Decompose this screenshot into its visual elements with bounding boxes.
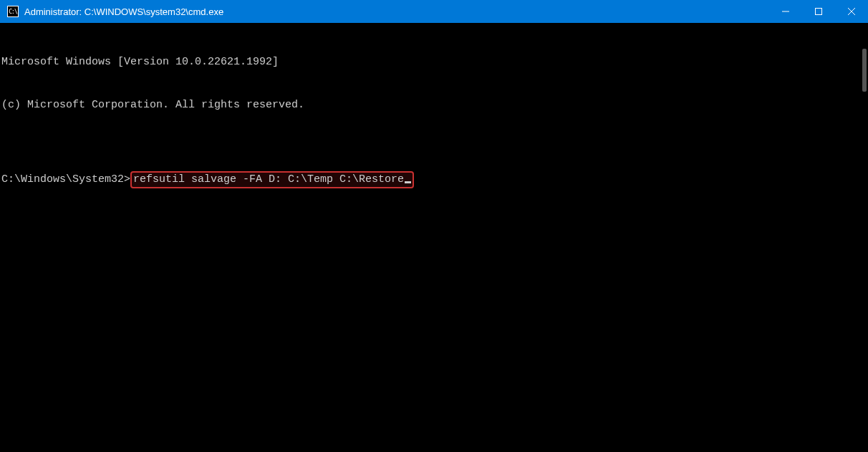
banner-line-2: (c) Microsoft Corporation. All rights re… (1, 98, 868, 112)
window-title: Administrator: C:\WINDOWS\system32\cmd.e… (24, 6, 769, 17)
terminal-area[interactable]: Microsoft Windows [Version 10.0.22621.19… (0, 23, 868, 452)
command-text[interactable]: refsutil salvage -FA D: C:\Temp C:\Resto… (133, 173, 404, 186)
window-controls (769, 0, 868, 23)
titlebar[interactable]: C:\ Administrator: C:\WINDOWS\system32\c… (0, 0, 868, 23)
prompt-line: C:\Windows\System32>refsutil salvage -FA… (1, 171, 868, 188)
command-highlight: refsutil salvage -FA D: C:\Temp C:\Resto… (130, 171, 414, 188)
text-cursor (405, 181, 411, 183)
close-button[interactable] (835, 0, 868, 23)
banner-line-1: Microsoft Windows [Version 10.0.22621.19… (1, 55, 868, 69)
scrollbar-thumb[interactable] (862, 49, 867, 92)
cmd-icon: C:\ (7, 6, 19, 17)
maximize-button[interactable] (802, 0, 835, 23)
svg-rect-1 (816, 9, 822, 15)
minimize-button[interactable] (769, 0, 802, 23)
prompt-text: C:\Windows\System32> (1, 173, 130, 187)
